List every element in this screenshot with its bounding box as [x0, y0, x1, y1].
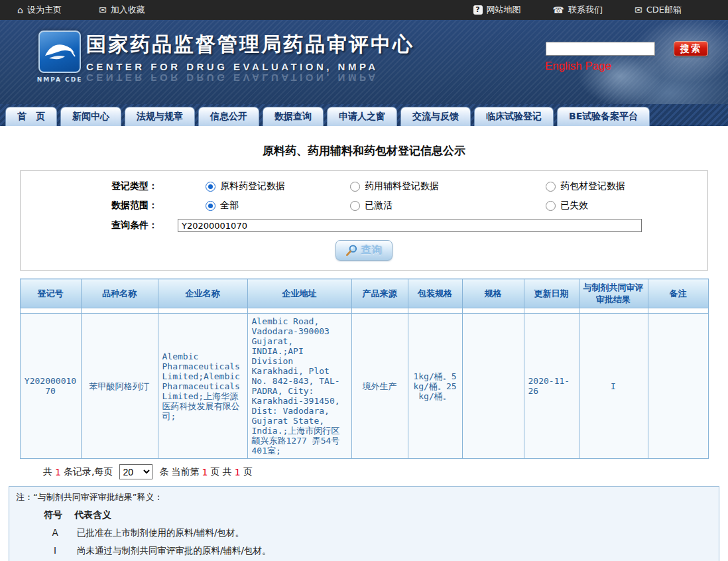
query-button[interactable]: 查询	[335, 240, 393, 261]
set-homepage-link[interactable]: ⌂ 设为主页	[17, 4, 62, 16]
nav-tab-data-query[interactable]: 数据查询	[263, 107, 324, 126]
radio-activated-label: 已激活	[365, 200, 393, 212]
pagination-records-suffix: 条记录,每页	[64, 466, 113, 478]
cde-mail-label: CDE邮箱	[646, 4, 682, 16]
site-title-chinese: 国家药品监督管理局药品审评中心	[86, 31, 414, 58]
notes-title: 注：“与制剂共同审评审批结果”释义：	[16, 491, 712, 503]
radio-all-label: 全部	[220, 200, 239, 212]
col-spec: 规格	[462, 279, 524, 308]
radio-selected-icon[interactable]	[206, 182, 215, 192]
radio-unselected-icon[interactable]	[350, 182, 360, 192]
radio-option-api-data[interactable]: 原料药登记数据	[206, 180, 350, 192]
data-range-row: 数据范围： 全部 已激活 已失效	[21, 200, 707, 212]
radio-unselected-icon[interactable]	[350, 201, 360, 211]
radio-option-packaging-data[interactable]: 药包材登记数据	[546, 180, 625, 192]
site-title-reflection: CENTER FOR DRUG EVALUATION, NMPA	[86, 73, 414, 84]
radio-expired-label: 已失效	[560, 200, 588, 212]
top-utility-bar: ⌂ 设为主页 ✉ 加入收藏 ? 网站地图 ☎ 联系我们 ✉ CDE邮箱	[0, 0, 728, 20]
results-table: 登记号 品种名称 企业名称 企业地址 产品来源 包装规格 规格 更新日期 与制剂…	[20, 279, 709, 459]
registration-type-row: 登记类型： 原料药登记数据 药用辅料登记数据 药包材登记数据	[21, 180, 707, 192]
logo-emblem-icon	[38, 31, 81, 73]
home-icon: ⌂	[17, 5, 23, 15]
radio-unselected-icon[interactable]	[546, 182, 556, 192]
radio-unselected-icon[interactable]	[546, 201, 556, 211]
nav-tab-info-disclosure[interactable]: 信息公开	[198, 107, 259, 126]
header-search-button[interactable]: 搜索	[674, 41, 708, 56]
cell-update-date: 2020-11-26	[524, 314, 579, 459]
nav-tab-applicant-window[interactable]: 申请人之窗	[327, 107, 397, 126]
table-spacer-row	[20, 308, 708, 314]
col-product-name: 品种名称	[81, 279, 158, 308]
current-page-number: 1	[202, 467, 208, 477]
site-title-english: CENTER FOR DRUG EVALUATION, NMPA	[86, 61, 414, 72]
radio-option-activated[interactable]: 已激活	[350, 200, 546, 212]
radio-option-expired[interactable]: 已失效	[546, 200, 588, 212]
col-source: 产品来源	[351, 279, 408, 308]
main-content: 原料药、药用辅料和药包材登记信息公示 登记类型： 原料药登记数据 药用辅料登记数…	[0, 126, 728, 561]
query-condition-row: 查询条件：	[21, 219, 707, 232]
nav-tab-feedback[interactable]: 交流与反馈	[400, 107, 471, 126]
english-page-link[interactable]: English Page	[545, 60, 611, 73]
col-company-name: 企业名称	[158, 279, 247, 308]
page-title: 原料药、药用辅料和药包材登记信息公示	[0, 143, 728, 158]
cell-source: 境外生产	[351, 314, 408, 459]
nav-tab-regulations[interactable]: 法规与规章	[125, 107, 195, 126]
notes-column-headers: 符号 代表含义	[16, 509, 712, 521]
radio-selected-icon[interactable]	[206, 201, 215, 211]
col-remark: 备注	[648, 279, 708, 308]
query-button-label: 查询	[361, 244, 383, 257]
add-favorite-link[interactable]: ✉ 加入收藏	[99, 4, 145, 16]
cell-company-address: Alembic Road, Vadodara-390003 Gujarat, I…	[247, 314, 351, 459]
envelope-icon: ✉	[99, 5, 107, 15]
table-row: Y20200001070 苯甲酸阿格列汀 Alembic Pharmaceuti…	[20, 314, 708, 459]
col-company-address: 企业地址	[247, 279, 351, 308]
radio-api-label: 原料药登记数据	[220, 180, 285, 192]
magnifier-icon	[345, 244, 358, 257]
pagination-total-prefix: 共	[43, 466, 52, 478]
pagination-current-prefix: 当前第	[171, 466, 199, 478]
set-homepage-label: 设为主页	[27, 4, 62, 16]
main-navigation: 首 页 新闻中心 法规与规章 信息公开 数据查询 申请人之窗 交流与反馈 临床试…	[0, 104, 728, 126]
nav-tab-home[interactable]: 首 页	[5, 107, 57, 126]
query-form: 登记类型： 原料药登记数据 药用辅料登记数据 药包材登记数据 数据范围： 全部	[20, 170, 708, 271]
radio-option-all[interactable]: 全部	[206, 200, 350, 212]
topbar-right-group: ? 网站地图 ☎ 联系我们 ✉ CDE邮箱	[473, 4, 728, 16]
note-symbol-a: A	[44, 527, 66, 539]
topbar-left-group: ⌂ 设为主页 ✉ 加入收藏	[0, 4, 145, 16]
cell-company-name: Alembic Pharmaceuticals Limited;Alembic …	[158, 314, 247, 459]
header-search-input[interactable]	[546, 42, 655, 56]
phone-icon: ☎	[553, 5, 564, 15]
note-row-i: I 尚未通过与制剂共同审评审批的原料/辅料/包材。	[16, 545, 712, 557]
cell-review-result: I	[579, 314, 648, 459]
nav-tab-be-trial-platform[interactable]: BE试验备案平台	[557, 107, 650, 126]
data-range-label: 数据范围：	[21, 200, 158, 212]
col-review-result: 与制剂共同审评审批结果	[579, 279, 648, 308]
contact-us-link[interactable]: ☎ 联系我们	[553, 4, 603, 16]
query-condition-label: 查询条件：	[21, 219, 158, 231]
query-button-row: 查询	[21, 240, 707, 261]
pagination-unit: 条	[159, 466, 168, 478]
question-mark-icon: ?	[473, 5, 483, 15]
cell-product-name: 苯甲酸阿格列汀	[81, 314, 158, 459]
nmpa-cde-logo: NMPA CDE	[36, 31, 83, 83]
logo-caption: NMPA CDE	[36, 76, 83, 83]
contact-us-label: 联系我们	[568, 4, 603, 16]
note-row-a: A 已批准在上市制剂使用的原料/辅料/包材。	[16, 527, 712, 539]
nav-tab-clinical-trial-registry[interactable]: 临床试验登记	[474, 107, 554, 126]
sitemap-link[interactable]: ? 网站地图	[473, 4, 521, 16]
mail-icon: ✉	[635, 5, 642, 15]
col-packaging: 包装规格	[408, 279, 462, 308]
page-size-select[interactable]: 20	[119, 464, 152, 479]
swan-swoosh-icon	[42, 38, 77, 65]
total-page-number: 1	[235, 467, 241, 477]
cell-remark	[648, 314, 708, 459]
note-symbol-i: I	[44, 545, 66, 557]
radio-option-excipient-data[interactable]: 药用辅料登记数据	[350, 180, 546, 192]
query-condition-input[interactable]	[178, 219, 642, 232]
cde-mail-link[interactable]: ✉ CDE邮箱	[635, 4, 682, 16]
nav-tab-news[interactable]: 新闻中心	[60, 107, 121, 126]
legend-notes-box: 注：“与制剂共同审评审批结果”释义： 符号 代表含义 A 已批准在上市制剂使用的…	[9, 486, 719, 561]
radio-excipient-label: 药用辅料登记数据	[365, 180, 439, 192]
table-header-row: 登记号 品种名称 企业名称 企业地址 产品来源 包装规格 规格 更新日期 与制剂…	[20, 279, 708, 308]
record-count: 1	[55, 467, 61, 477]
